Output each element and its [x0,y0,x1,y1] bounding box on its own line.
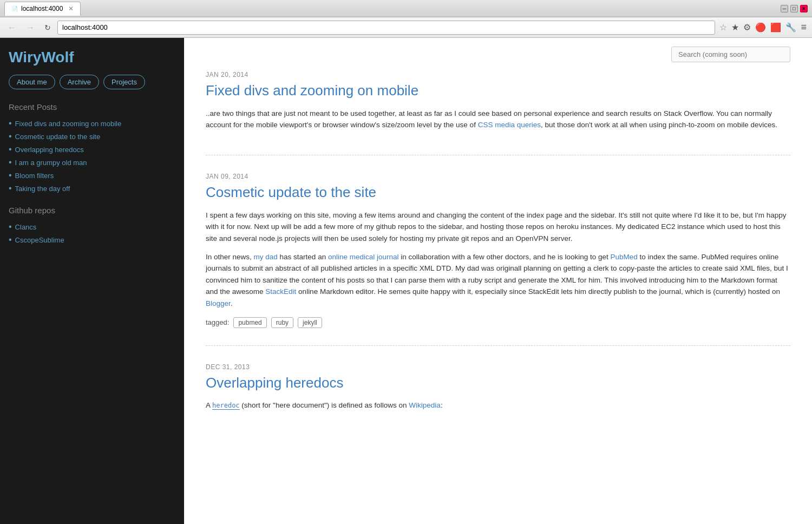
tags-label: tagged: [206,318,229,326]
list-item: Bloom filters [9,169,175,182]
tag-pubmed[interactable]: pubmed [233,317,266,328]
content-area: JAN 20, 2014 Fixed divs and zooming on m… [184,38,812,524]
css-media-queries-link[interactable]: CSS media queries [478,121,541,129]
tags-row-2: tagged: pubmed ruby jekyll [206,317,790,328]
post-paragraph: In other news, my dad has started an onl… [206,251,790,310]
stackedit-link[interactable]: StackEdit [265,287,296,296]
recent-post-link-6[interactable]: Taking the day off [15,185,70,193]
maximize-button[interactable]: □ [790,5,798,12]
browser-tab[interactable]: 📄 localhost:4000 ✕ [4,2,81,16]
blog-post-2: JAN 09, 2014 Cosmetic update to the site… [206,173,790,346]
recent-posts-heading: Recent Posts [9,102,175,112]
post-title-link-2[interactable]: Cosmetic update to the site [206,184,376,200]
post-body-2: I spent a few days working on this site,… [206,209,790,310]
heredoc-link[interactable]: heredoc [212,402,240,410]
recent-post-link-5[interactable]: Bloom filters [15,172,54,180]
list-item: Cosmetic update to the site [9,130,175,143]
list-item: CscopeSublime [9,233,175,246]
post-body-3: A heredoc (short for "here document") is… [206,399,790,411]
post-date-2: JAN 09, 2014 [206,173,790,180]
post-title-3: Overlapping heredocs [206,374,790,392]
post-title-2: Cosmetic update to the site [206,184,790,202]
nav-about-me[interactable]: About me [9,75,55,89]
tab-favicon-icon: 📄 [11,6,18,12]
repo-link-cscopesublime[interactable]: CscopeSublime [15,236,64,244]
recent-post-link-4[interactable]: I am a grumpy old man [15,159,87,167]
extension-icon-1[interactable]: ⚙ [742,21,752,34]
extension-icon-4[interactable]: 🔧 [784,21,797,34]
list-item: Overlapping heredocs [9,143,175,156]
tag-ruby[interactable]: ruby [271,317,293,328]
bookmark-icon[interactable]: ☆ [718,21,728,34]
toolbar-icons: ☆ ★ ⚙ 🔴 🟥 🔧 ≡ [718,21,808,34]
main-layout: WiryWolf About me Archive Projects Recen… [0,38,812,524]
post-date-1: JAN 20, 2014 [206,71,790,78]
recent-posts-list: Fixed divs and zooming on mobile Cosmeti… [9,117,175,195]
blog-post-3: DEC 31, 2013 Overlapping heredocs A here… [206,363,790,435]
tab-title: localhost:4000 [21,5,63,12]
sidebar: WiryWolf About me Archive Projects Recen… [0,38,184,524]
list-item: I am a grumpy old man [9,156,175,169]
browser-addressbar: ← → ↻ ☆ ★ ⚙ 🔴 🟥 🔧 ≡ [0,17,812,38]
minimize-button[interactable]: ─ [781,5,788,12]
nav-archive[interactable]: Archive [60,75,99,89]
back-button[interactable]: ← [4,22,19,34]
recent-post-link-1[interactable]: Fixed divs and zooming on mobile [15,120,122,128]
list-item: Clancs [9,220,175,233]
post-paragraph: I spent a few days working on this site,… [206,209,790,245]
post-paragraph: A heredoc (short for "here document") is… [206,399,790,411]
pubmed-link[interactable]: PubMed [610,253,637,261]
github-repos-list: Clancs CscopeSublime [9,220,175,246]
list-item: Fixed divs and zooming on mobile [9,117,175,130]
search-bar-container [206,47,790,62]
nav-projects[interactable]: Projects [103,75,145,89]
my-dad-link[interactable]: my dad [254,253,278,261]
list-item: Taking the day off [9,182,175,195]
forward-button[interactable]: → [23,22,38,34]
extension-icon-2[interactable]: 🔴 [754,21,767,34]
post-body-1: ..are two things that are just not meant… [206,108,790,131]
post-paragraph: ..are two things that are just not meant… [206,108,790,131]
close-button[interactable]: ✕ [800,5,808,12]
window-controls: ─ □ ✕ [781,5,808,12]
star-icon[interactable]: ★ [730,21,740,34]
post-title-1: Fixed divs and zooming on mobile [206,82,790,100]
tag-jekyll[interactable]: jekyll [298,317,322,328]
search-input[interactable] [671,47,790,62]
browser-menu-icon[interactable]: ≡ [800,21,808,34]
tab-close-icon[interactable]: ✕ [68,5,74,12]
post-date-3: DEC 31, 2013 [206,363,790,371]
wikipedia-link[interactable]: Wikipedia [409,401,441,409]
github-repos-heading: Github repos [9,206,175,215]
address-input[interactable] [57,21,715,35]
online-medical-journal-link[interactable]: online medical journal [328,253,399,261]
repo-link-clancs[interactable]: Clancs [15,223,37,231]
recent-post-link-3[interactable]: Overlapping heredocs [15,146,84,154]
blog-post-1: JAN 20, 2014 Fixed divs and zooming on m… [206,71,790,155]
post-title-link-1[interactable]: Fixed divs and zooming on mobile [206,82,418,99]
recent-post-link-2[interactable]: Cosmetic update to the site [15,133,101,141]
browser-titlebar: 📄 localhost:4000 ✕ ─ □ ✕ [0,0,812,17]
post-title-link-3[interactable]: Overlapping heredocs [206,375,343,391]
sidebar-nav: About me Archive Projects [9,75,175,89]
site-title: WiryWolf [9,49,175,66]
extension-icon-3[interactable]: 🟥 [769,21,782,34]
blogger-link[interactable]: Blogger [206,299,231,307]
refresh-button[interactable]: ↻ [41,22,54,33]
